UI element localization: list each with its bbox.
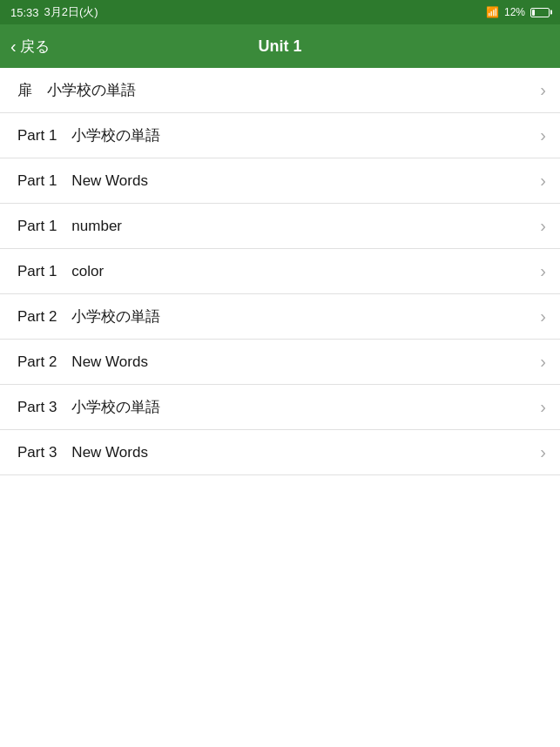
list-item-label: Part 1 小学校の単語: [17, 125, 160, 145]
list-item[interactable]: 扉 小学校の単語 ›: [0, 68, 560, 113]
chevron-right-icon: ›: [540, 352, 546, 372]
list-item[interactable]: Part 1 New Words ›: [0, 158, 560, 204]
list-item[interactable]: Part 2 New Words ›: [0, 340, 560, 385]
back-button[interactable]: ‹ 戻る: [10, 37, 50, 57]
chevron-right-icon: ›: [540, 306, 546, 326]
status-date: 3月2日(火): [44, 4, 98, 20]
status-time: 15:33: [10, 6, 39, 19]
list-item[interactable]: Part 3 小学校の単語 ›: [0, 385, 560, 430]
list-item-label: Part 3 小学校の単語: [17, 397, 160, 417]
chevron-right-icon: ›: [540, 80, 546, 100]
list-item-label: 扉 小学校の単語: [17, 80, 136, 100]
chevron-right-icon: ›: [540, 171, 546, 191]
list-item-label: Part 1 number: [17, 216, 122, 236]
list-item[interactable]: Part 3 New Words ›: [0, 430, 560, 475]
chevron-right-icon: ›: [540, 442, 546, 462]
chevron-right-icon: ›: [540, 125, 546, 145]
back-label: 戻る: [20, 37, 50, 57]
list-item[interactable]: Part 1 小学校の単語 ›: [0, 113, 560, 158]
status-bar: 15:33 3月2日(火) 📶 12%: [0, 0, 560, 24]
chevron-right-icon: ›: [540, 397, 546, 417]
battery-icon: [530, 8, 550, 17]
list-item-label: Part 3 New Words: [17, 442, 148, 462]
status-bar-left: 15:33 3月2日(火): [10, 4, 98, 20]
chevron-right-icon: ›: [540, 216, 546, 236]
battery-percent: 12%: [504, 6, 525, 18]
status-bar-right: 📶 12%: [486, 6, 550, 18]
chevron-right-icon: ›: [540, 261, 546, 281]
list-item[interactable]: Part 1 number ›: [0, 204, 560, 249]
wifi-icon: 📶: [486, 6, 499, 18]
back-chevron-icon: ‹: [10, 37, 17, 55]
list-item[interactable]: Part 2 小学校の単語 ›: [0, 294, 560, 340]
list-item-label: Part 2 小学校の単語: [17, 306, 160, 326]
list-item-label: Part 1 color: [17, 261, 104, 281]
page-title: Unit 1: [258, 37, 301, 56]
list-item-label: Part 2 New Words: [17, 352, 148, 372]
navigation-bar: ‹ 戻る Unit 1: [0, 24, 560, 68]
list-item-label: Part 1 New Words: [17, 171, 148, 191]
list-item[interactable]: Part 1 color ›: [0, 249, 560, 294]
battery-fill: [532, 10, 535, 16]
list-container: 扉 小学校の単語 › Part 1 小学校の単語 › Part 1 New Wo…: [0, 68, 560, 475]
